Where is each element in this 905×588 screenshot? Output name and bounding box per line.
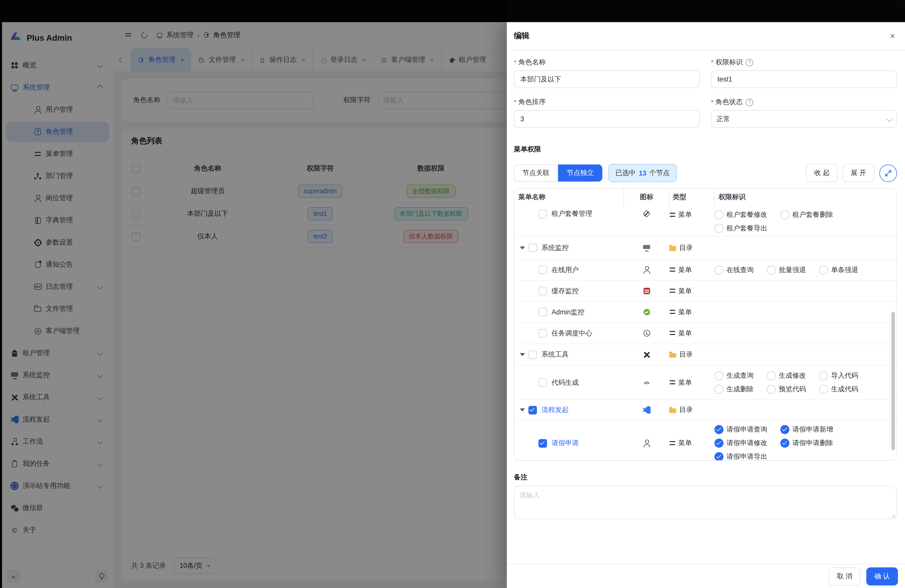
perm-checkbox-item[interactable]: 请假申请导出 — [714, 450, 767, 461]
perm-key-input[interactable] — [716, 75, 891, 84]
perm-checkbox-item[interactable]: 批量强退 — [767, 263, 806, 277]
folder-icon — [669, 245, 676, 251]
code-icon — [643, 378, 651, 386]
role-sort-field: *角色排序 — [514, 97, 700, 128]
tree-scrollbar-thumb[interactable] — [891, 312, 895, 450]
perm-checkbox[interactable] — [780, 210, 789, 219]
perm-checkbox[interactable] — [819, 371, 828, 380]
tree-row[interactable]: 缓存监控 菜单 — [514, 280, 897, 301]
modal-backdrop[interactable] — [0, 0, 507, 588]
perm-checkbox-item[interactable]: 请假申请删除 — [780, 436, 833, 450]
perm-checkbox[interactable] — [714, 371, 724, 380]
cancel-button[interactable]: 取 消 — [829, 567, 861, 585]
tools-icon — [643, 351, 651, 359]
perm-checkbox-item[interactable]: 单条强退 — [819, 263, 858, 277]
tree-col-icon: 图标 — [624, 189, 670, 206]
perm-checkbox[interactable] — [767, 265, 776, 274]
role-status-field: *角色状态? 正常 — [711, 97, 897, 128]
caret-down-icon[interactable] — [520, 246, 525, 249]
perm-checkbox[interactable] — [714, 265, 724, 274]
node-linked-button[interactable]: 节点关联 — [514, 164, 558, 181]
perm-checkbox-item[interactable]: 租户套餐删除 — [780, 208, 833, 221]
schedule-icon — [643, 329, 651, 337]
tree-row[interactable]: 代码生成 菜单 生成查询 生成修改 导入代码 生成删除 预览代码 生成代码 — [514, 365, 897, 399]
tree-header: 菜单名称 图标 类型 权限标识 — [514, 189, 897, 206]
drawer-title: 编辑 — [514, 31, 529, 41]
fullscreen-button[interactable] — [880, 164, 897, 182]
drawer-header: 编辑 × — [507, 22, 905, 50]
tree-checkbox[interactable] — [538, 287, 547, 295]
menu-type-icon — [669, 267, 675, 273]
menu-perm-controls: 节点关联 节点独立 已选中13个节点 收 起 展 开 — [514, 164, 897, 182]
tree-row[interactable]: 流程发起 目录 — [514, 399, 897, 420]
perm-checkbox[interactable] — [767, 385, 776, 394]
perm-checkbox[interactable] — [714, 224, 724, 233]
menu-type-icon — [669, 440, 675, 446]
spring-icon — [643, 309, 650, 315]
role-form: *角色名称 *权限标识? *角色排序 *角色状态? 正常 — [514, 57, 897, 137]
help-icon[interactable]: ? — [746, 99, 753, 106]
perm-checkbox[interactable] — [714, 385, 724, 394]
tree-checkbox-checked[interactable] — [538, 439, 547, 447]
redis-icon — [643, 288, 650, 294]
remark-textarea[interactable] — [514, 486, 897, 519]
tree-row[interactable]: 任务调度中心 菜单 — [514, 323, 897, 343]
perm-checkbox-item[interactable]: 生成代码 — [819, 383, 858, 396]
close-icon[interactable]: × — [890, 31, 895, 41]
menu-type-icon — [669, 288, 675, 294]
caret-down-icon[interactable] — [520, 408, 525, 412]
tree-checkbox[interactable] — [529, 350, 537, 359]
menu-type-icon — [669, 330, 675, 336]
folder-icon — [669, 407, 676, 413]
confirm-button[interactable]: 确 认 — [866, 567, 898, 585]
tree-checkbox-checked[interactable] — [529, 406, 537, 414]
leave-user-icon — [643, 439, 651, 447]
vscode-icon — [643, 406, 651, 414]
selected-count: 13 — [639, 169, 646, 177]
tree-checkbox[interactable] — [538, 308, 547, 316]
perm-checkbox[interactable] — [714, 210, 724, 219]
perm-checkbox-item[interactable]: 租户套餐修改 — [714, 208, 767, 221]
collapse-all-button[interactable]: 收 起 — [806, 164, 838, 182]
role-name-input[interactable] — [519, 75, 694, 84]
expand-icon — [884, 169, 892, 177]
perm-checkbox[interactable] — [819, 385, 828, 394]
perm-checkbox-item[interactable]: 生成删除 — [714, 383, 754, 396]
display-icon — [643, 244, 651, 252]
remark-label: 备注 — [514, 473, 897, 482]
perm-checkbox-checked[interactable] — [714, 425, 724, 434]
perm-checkbox-item[interactable]: 租户套餐导出 — [714, 221, 767, 235]
tree-row[interactable]: 请假申请 菜单 请假申请查询 请假申请新增 请假申请修改 请假申请删除 请假申请… — [514, 420, 897, 461]
perm-checkbox-item[interactable]: 生成查询 — [714, 369, 754, 383]
perm-checkbox[interactable] — [819, 265, 828, 274]
perm-checkbox[interactable] — [767, 371, 776, 380]
tree-row[interactable]: 租户套餐管理 菜单 租户套餐修改 租户套餐删除 租户套餐导出 — [514, 206, 897, 236]
perm-checkbox-item[interactable]: 在线查询 — [714, 263, 754, 277]
perm-checkbox-item[interactable]: 请假申请修改 — [714, 436, 767, 450]
tree-checkbox[interactable] — [538, 265, 547, 274]
perm-checkbox-checked[interactable] — [780, 425, 789, 434]
perm-checkbox-item[interactable]: 请假申请查询 — [714, 423, 767, 436]
help-icon[interactable]: ? — [746, 59, 753, 66]
perm-checkbox-item[interactable]: 导入代码 — [819, 369, 858, 383]
caret-down-icon[interactable] — [520, 353, 525, 356]
perm-checkbox-item[interactable]: 预览代码 — [767, 383, 806, 396]
role-sort-input[interactable] — [519, 115, 694, 123]
tree-row[interactable]: Admin监控 菜单 — [514, 301, 897, 323]
tree-checkbox[interactable] — [538, 210, 547, 218]
tree-checkbox[interactable] — [538, 378, 547, 387]
node-independent-button[interactable]: 节点独立 — [558, 164, 602, 181]
perm-checkbox-checked[interactable] — [714, 439, 724, 448]
tree-checkbox[interactable] — [529, 243, 537, 252]
tree-col-name: 菜单名称 — [514, 189, 624, 206]
role-status-select[interactable]: 正常 — [711, 110, 897, 128]
tree-row[interactable]: 在线用户 菜单 在线查询 批量强退 单条强退 — [514, 259, 897, 280]
expand-all-button[interactable]: 展 开 — [843, 164, 874, 182]
tree-row[interactable]: 系统工具 目录 — [514, 343, 897, 365]
tree-row[interactable]: 系统监控 目录 — [514, 236, 897, 259]
perm-checkbox-item[interactable]: 生成修改 — [767, 369, 806, 383]
perm-checkbox-item[interactable]: 请假申请新增 — [780, 423, 833, 436]
perm-checkbox-checked[interactable] — [780, 439, 789, 448]
tree-checkbox[interactable] — [538, 329, 547, 337]
perm-checkbox-checked[interactable] — [714, 452, 724, 461]
